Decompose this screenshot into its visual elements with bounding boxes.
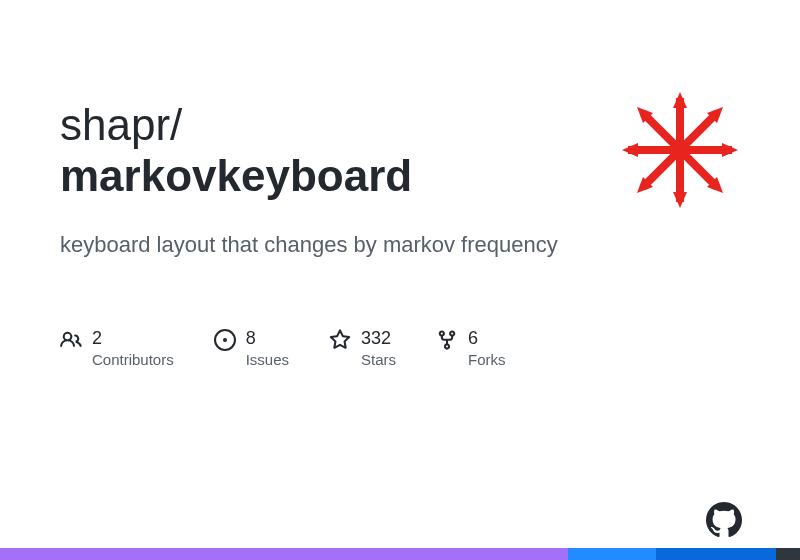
issue-icon — [214, 329, 236, 351]
stat-forks[interactable]: 6 Forks — [436, 328, 506, 368]
stat-stars[interactable]: 332 Stars — [329, 328, 396, 368]
contributors-label: Contributors — [92, 351, 174, 368]
repo-owner[interactable]: shapr — [60, 100, 170, 149]
language-color-bar — [0, 548, 800, 560]
github-logo-icon — [706, 502, 742, 538]
issues-label: Issues — [246, 351, 289, 368]
svg-marker-7 — [722, 143, 738, 157]
stars-label: Stars — [361, 351, 396, 368]
forks-label: Forks — [468, 351, 506, 368]
contributors-count: 2 — [92, 328, 174, 349]
svg-marker-6 — [622, 143, 638, 157]
fork-icon — [436, 329, 458, 351]
stat-issues[interactable]: 8 Issues — [214, 328, 289, 368]
svg-marker-4 — [673, 92, 687, 108]
people-icon — [60, 329, 82, 351]
repo-avatar — [620, 90, 740, 210]
issues-count: 8 — [246, 328, 289, 349]
stats-row: 2 Contributors 8 Issues 332 Stars 6 Fork… — [60, 328, 740, 368]
stat-contributors[interactable]: 2 Contributors — [60, 328, 174, 368]
repo-description: keyboard layout that changes by markov f… — [60, 232, 740, 258]
svg-marker-5 — [673, 192, 687, 208]
forks-count: 6 — [468, 328, 506, 349]
star-icon — [329, 329, 351, 351]
title-separator: / — [170, 100, 182, 149]
stars-count: 332 — [361, 328, 396, 349]
repo-name[interactable]: markovkeyboard — [60, 151, 412, 202]
repo-title: shapr/ markovkeyboard — [60, 100, 412, 201]
